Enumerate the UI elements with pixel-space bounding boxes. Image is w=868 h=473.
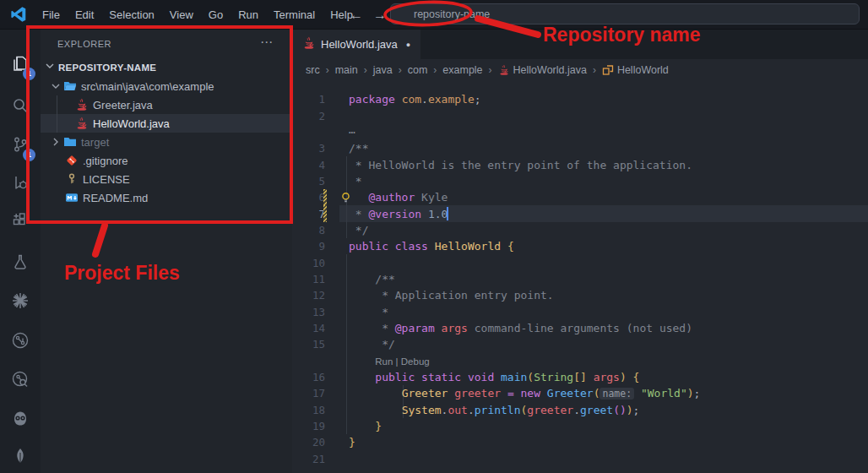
- folder-open-icon: [62, 79, 77, 93]
- breadcrumb-main[interactable]: main: [335, 64, 358, 76]
- explorer-title: EXPLORER: [57, 39, 111, 49]
- section-repository-name[interactable]: REPOSITORY-NAME: [41, 58, 292, 77]
- tree-item-label: src\main\java\com\example: [81, 80, 214, 93]
- folded-region-row[interactable]: ⋯: [292, 124, 868, 140]
- code-line[interactable]: 9public class HelloWorld {: [292, 238, 868, 254]
- breadcrumb-helloworld[interactable]: HelloWorld: [602, 64, 669, 76]
- activity-mongodb-leaf-icon[interactable]: [0, 439, 41, 473]
- code-line[interactable]: 20}: [292, 434, 868, 450]
- menu-file[interactable]: File: [35, 0, 68, 30]
- menu-go[interactable]: Go: [201, 0, 231, 30]
- breadcrumb-separator: ›: [326, 64, 329, 76]
- code-line[interactable]: 10: [292, 254, 868, 270]
- activity-badge: 1: [23, 149, 35, 161]
- command-center-search[interactable]: repository-name: [390, 3, 860, 24]
- activity-explorer-icon[interactable]: 1: [0, 46, 41, 80]
- tree-item-label: HelloWorld.java: [93, 117, 170, 130]
- code-line[interactable]: 14 * @param args command-line arguments …: [292, 320, 868, 336]
- tree-item--gitignore[interactable]: .gitignore: [41, 151, 292, 170]
- tree-item-greeter-java[interactable]: Greeter.java: [41, 95, 292, 114]
- line-number: 20: [292, 436, 325, 449]
- menu-run[interactable]: Run: [231, 0, 266, 30]
- line-number: 14: [292, 322, 325, 334]
- codelens-run-debug[interactable]: Run | Debug: [375, 356, 429, 367]
- tab-helloworld-java[interactable]: HelloWorld.java ●: [292, 30, 420, 59]
- breadcrumb-example[interactable]: example: [442, 64, 482, 76]
- code-text: /**: [349, 142, 368, 155]
- lightbulb-icon[interactable]: [340, 192, 351, 206]
- menu-selection[interactable]: Selection: [101, 0, 161, 30]
- inlay-hint: name:: [599, 388, 634, 400]
- code-line[interactable]: 5 *: [292, 173, 868, 189]
- code-line[interactable]: 13 *: [292, 303, 868, 319]
- activity-source-control-icon[interactable]: 1: [0, 128, 41, 161]
- breadcrumb-com[interactable]: com: [408, 64, 428, 76]
- code-line[interactable]: 4 * HelloWorld is the entry point of the…: [292, 156, 868, 172]
- code-line[interactable]: 12 * Application entry point.: [292, 287, 868, 303]
- code-area[interactable]: 1package com.example;2⋯3/**4 * HelloWorl…: [292, 81, 868, 473]
- code-line[interactable]: 7 * @version 1.0: [292, 205, 868, 221]
- tree-item-src-main-java-com-example[interactable]: src\main\java\com\example: [41, 77, 292, 95]
- code-line[interactable]: 6 @author Kyle: [292, 189, 868, 205]
- menu-edit[interactable]: Edit: [68, 0, 101, 30]
- activity-git-graph-icon[interactable]: [0, 323, 41, 357]
- breadcrumb-helloworld-java[interactable]: HelloWorld.java: [498, 64, 587, 76]
- code-text: * HelloWorld is the entry point of the a…: [349, 159, 692, 171]
- activity-owl-assistant-icon[interactable]: [0, 401, 41, 435]
- line-number: 7: [292, 208, 325, 220]
- code-line[interactable]: 2: [292, 107, 868, 123]
- back-icon[interactable]: ←: [350, 8, 363, 23]
- activity-extensions-icon[interactable]: [0, 204, 41, 237]
- code-text: public class HelloWorld {: [349, 240, 514, 253]
- menu-terminal[interactable]: Terminal: [266, 0, 323, 30]
- code-line[interactable]: 8 */: [292, 222, 868, 238]
- tree-item-target[interactable]: target: [41, 133, 292, 151]
- code-line[interactable]: 21: [292, 451, 868, 467]
- tab-label: HelloWorld.java: [321, 38, 398, 51]
- line-number: 11: [292, 273, 325, 285]
- activity-git-history-search-icon[interactable]: [0, 362, 41, 396]
- more-actions-icon[interactable]: ⋯: [260, 35, 274, 50]
- activity-bar: 11: [0, 30, 41, 473]
- code-text: * Application entry point.: [349, 289, 554, 302]
- search-value: repository-name: [414, 8, 490, 20]
- code-line[interactable]: 17 Greeter greeter = new Greeter(name: "…: [292, 385, 868, 401]
- breadcrumb-src[interactable]: src: [306, 64, 320, 76]
- tree-item-readme-md[interactable]: README.md: [41, 188, 292, 207]
- breadcrumb-java[interactable]: java: [373, 64, 393, 76]
- code-text: * @version 1.0: [349, 207, 448, 220]
- breadcrumb-separator: ›: [364, 64, 367, 76]
- code-line[interactable]: 16 public static void main(String[] args…: [292, 369, 868, 385]
- line-number: 3: [292, 142, 325, 155]
- line-number: 13: [292, 306, 325, 318]
- activity-run-debug-icon[interactable]: [0, 166, 41, 199]
- code-line[interactable]: 1package com.example;: [292, 91, 868, 107]
- code-line[interactable]: 19 }: [292, 418, 868, 434]
- code-line[interactable]: 11 /**: [292, 271, 868, 287]
- menu-view[interactable]: View: [162, 0, 201, 30]
- codelens-row[interactable]: Run | Debug: [292, 353, 868, 369]
- folder-icon: [62, 135, 77, 149]
- code-text: * @param args command-line arguments (no…: [349, 322, 692, 334]
- breadcrumb-label: HelloWorld.java: [513, 64, 587, 76]
- breadcrumb-separator: ›: [399, 64, 402, 76]
- modified-dot-icon[interactable]: ●: [406, 41, 410, 49]
- explorer-sidebar: EXPLORER ⋯ REPOSITORY-NAME src\main\java…: [41, 30, 292, 473]
- breadcrumb-label: src: [306, 64, 320, 76]
- line-number: 19: [292, 420, 325, 432]
- code-line[interactable]: 15 */: [292, 336, 868, 352]
- tree-item-license[interactable]: LICENSE: [41, 170, 292, 188]
- nav-arrows: ← →: [350, 0, 387, 30]
- breadcrumb-label: HelloWorld: [617, 64, 669, 76]
- tab-bar: HelloWorld.java ●: [292, 30, 868, 59]
- tree-item-helloworld-java[interactable]: HelloWorld.java: [41, 114, 292, 133]
- forward-icon[interactable]: →: [373, 8, 387, 23]
- code-line[interactable]: 18 System.out.println(greeter.greet());: [292, 402, 868, 418]
- activity-sparkle-icon[interactable]: [0, 284, 41, 318]
- activity-search-icon[interactable]: [0, 89, 41, 122]
- line-number: 21: [292, 453, 325, 465]
- activity-testing-flask-icon[interactable]: [0, 245, 41, 279]
- code-line[interactable]: 3/**: [292, 140, 868, 156]
- tree-item-label: Greeter.java: [93, 99, 153, 111]
- line-number: 6: [292, 191, 325, 204]
